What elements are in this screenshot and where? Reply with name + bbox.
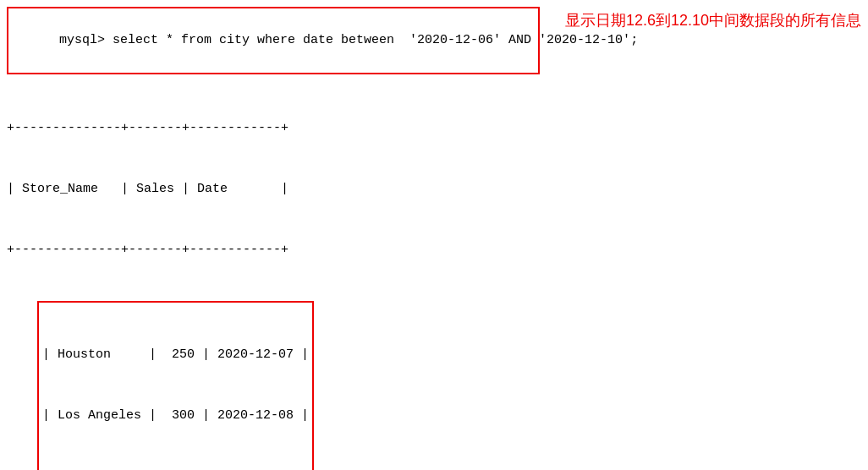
query-text-1: mysql> select * from city where date bet… — [59, 33, 638, 47]
query-box-1: mysql> select * from city where date bet… — [7, 7, 540, 74]
result-rows-1: | Houston | 250 | 2020-12-07 | | Los Ang… — [37, 301, 314, 471]
header-line-1: | Store_Name | Sales | Date | — [7, 179, 861, 199]
table-row: | Boston | 700 | 2020-12-08 | — [42, 467, 309, 471]
annotation-1: 显示日期12.6到12.10中间数据段的所有信息 — [565, 10, 861, 30]
table-row: | Houston | 250 | 2020-12-07 | — [42, 345, 309, 365]
sep-line-1b: +--------------+-------+------------+ — [7, 240, 861, 260]
table-row: | Los Angeles | 300 | 2020-12-08 | — [42, 406, 309, 426]
section-1: mysql> select * from city where date bet… — [7, 7, 861, 470]
sep-line-1a: +--------------+-------+------------+ — [7, 118, 861, 139]
table-1: +--------------+-------+------------+ | … — [7, 78, 861, 471]
